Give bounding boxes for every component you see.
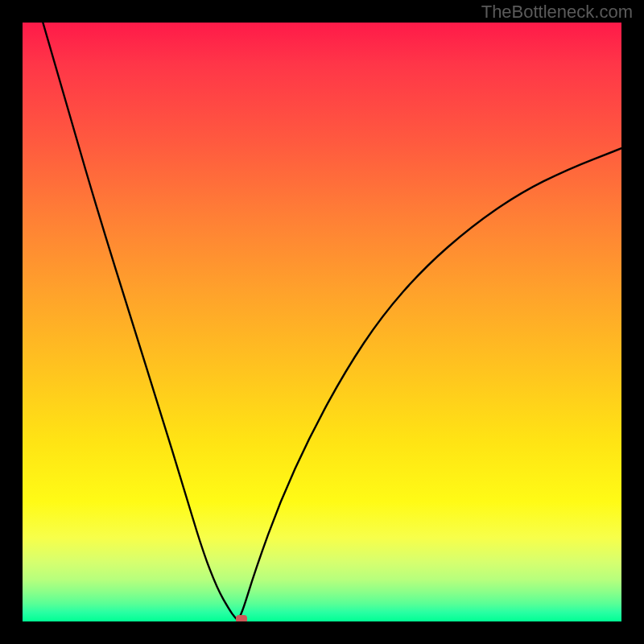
min-marker xyxy=(236,615,247,621)
watermark-label: TheBottleneck.com xyxy=(481,2,633,23)
curve-svg xyxy=(23,23,621,621)
bottleneck-curve xyxy=(43,23,621,620)
chart-frame: TheBottleneck.com xyxy=(0,0,644,644)
plot-area xyxy=(23,23,621,621)
